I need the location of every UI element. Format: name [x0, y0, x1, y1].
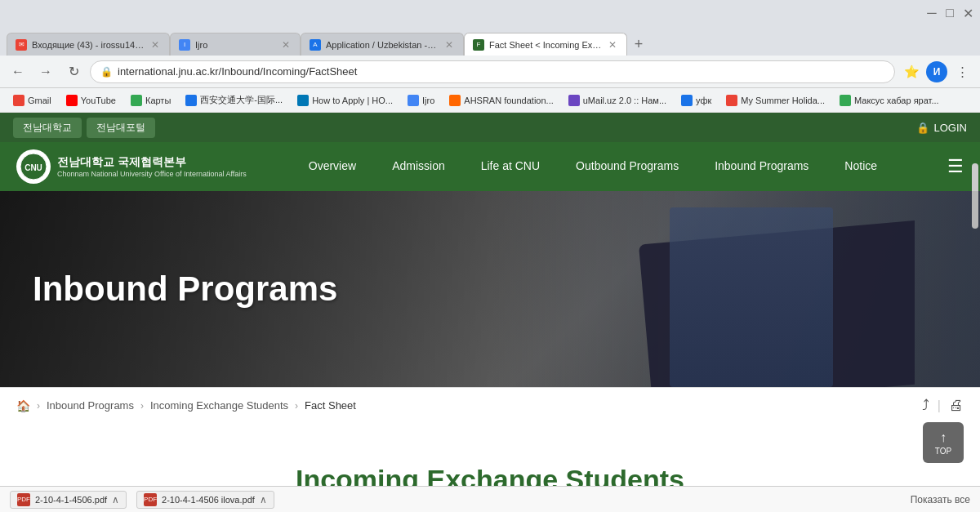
back-button[interactable]: ←	[7, 60, 29, 83]
logo-sub-name: Chonnam National University Office of In…	[57, 170, 247, 178]
forward-button[interactable]: →	[34, 60, 57, 83]
bookmark-howtoapply[interactable]: How to Apply | HO...	[291, 93, 399, 108]
lock-login-icon: 🔒	[916, 122, 929, 134]
bookmark-ijro-label: Ijro	[422, 96, 434, 105]
browser-tab-2[interactable]: I Ijro ✕	[170, 33, 301, 56]
bookmark-maps-label: Карты	[145, 96, 171, 105]
download-item-1[interactable]: PDF 2-10-4-1-4506.pdf ∧	[10, 491, 127, 509]
bookmark-summer-label: My Summer Holida...	[741, 96, 825, 105]
hero-image-area	[547, 207, 915, 387]
extensions-button[interactable]: ⭐	[900, 60, 923, 83]
show-all-button[interactable]: Показать все	[911, 494, 970, 505]
bookmark-howtoapply-label: How to Apply | HO...	[312, 96, 393, 105]
breadcrumb-fact-sheet: Fact Sheet	[305, 399, 356, 412]
bookmark-ahsran[interactable]: AHSRAN foundation...	[443, 93, 559, 108]
logo-text: 전남대학교 국제협력본부 Chonnam National University…	[57, 155, 247, 178]
jnu-button-label: 전남대학교	[23, 121, 72, 135]
bookmark-youtube-label: YouTube	[81, 96, 116, 105]
browser-title-bar: ─ □ ✕	[0, 0, 980, 26]
share-button[interactable]: ⤴	[922, 397, 929, 414]
bookmarks-bar: Gmail YouTube Карты 西安交通大学-国际... How to …	[0, 88, 980, 113]
gmail-favicon	[13, 95, 24, 106]
nav-inbound-programs[interactable]: Inbound Programs	[697, 142, 826, 191]
bookmark-umail-label: uMail.uz 2.0 :: Нам...	[583, 96, 666, 105]
svg-text:CNU: CNU	[24, 163, 42, 172]
tab-2-favicon: I	[179, 39, 190, 51]
download-2-name: 2-10-4-1-4506 ilova.pdf	[162, 495, 255, 505]
download-1-expand[interactable]: ∧	[112, 494, 119, 505]
hamburger-button[interactable]: ☰	[947, 156, 964, 177]
tab-3-favicon: A	[310, 39, 321, 51]
portal-button[interactable]: 전남대포털	[87, 118, 155, 138]
url-text: international.jnu.ac.kr/Inbound/Incoming…	[118, 65, 884, 78]
umail-favicon	[568, 95, 580, 106]
top-label: TOP	[935, 447, 951, 456]
tab-4-close[interactable]: ✕	[607, 39, 618, 51]
bookmark-maps[interactable]: Карты	[124, 93, 177, 108]
jnu-button[interactable]: 전남대학교	[13, 118, 82, 138]
ijro-favicon	[408, 95, 419, 106]
tab-1-title: Входящие (43) - irossu1420@g...	[32, 40, 145, 50]
nav-outbound-programs[interactable]: Outbound Programs	[558, 142, 697, 191]
address-field[interactable]: 🔒 international.jnu.ac.kr/Inbound/Incomi…	[90, 60, 895, 83]
top-arrow-icon: ↑	[940, 430, 947, 445]
hero-title: Inbound Programs	[33, 269, 337, 309]
breadcrumb-inbound-programs[interactable]: Inbound Programs	[47, 399, 134, 412]
tab-3-close[interactable]: ✕	[443, 39, 455, 51]
breadcrumb-divider: |	[938, 398, 941, 413]
tab-2-title: Ijro	[195, 40, 275, 50]
breadcrumb-sep-1: ›	[37, 400, 40, 412]
refresh-button[interactable]: ↻	[62, 60, 85, 83]
new-tab-button[interactable]: +	[627, 33, 650, 56]
breadcrumb-home[interactable]: 🏠	[16, 399, 30, 412]
ahsran-favicon	[449, 95, 461, 106]
download-2-expand[interactable]: ∧	[260, 494, 267, 505]
maxsus-favicon	[840, 95, 851, 106]
logo-emblem: CNU	[16, 149, 51, 184]
bookmark-umail[interactable]: uMail.uz 2.0 :: Нам...	[562, 93, 673, 108]
menu-button[interactable]: ⋮	[951, 60, 973, 83]
login-button[interactable]: 🔒 LOGIN	[916, 122, 967, 134]
howtoapply-favicon	[297, 95, 309, 106]
downloads-area: PDF 2-10-4-1-4506.pdf ∧ PDF 2-10-4-1-450…	[10, 491, 274, 509]
bookmark-gmail[interactable]: Gmail	[7, 93, 58, 108]
breadcrumb-incoming-exchange[interactable]: Incoming Exchange Students	[150, 399, 288, 412]
nav-life-at-cnu[interactable]: Life at CNU	[463, 142, 558, 191]
bookmark-xjtu-label: 西安交通大学-国际...	[200, 94, 283, 106]
minimize-button[interactable]: ─	[926, 7, 938, 19]
bookmark-ahsran-label: AHSRAN foundation...	[464, 96, 553, 105]
bookmark-ufk[interactable]: уфк	[675, 93, 718, 108]
tab-1-close[interactable]: ✕	[149, 39, 161, 51]
browser-tab-4[interactable]: F Fact Sheet < Incoming Exchange... ✕	[464, 33, 627, 56]
breadcrumb-sep-2: ›	[140, 400, 144, 412]
utility-bar: 전남대학교 전남대포털 🔒 LOGIN	[0, 113, 980, 142]
bookmark-summer[interactable]: My Summer Holida...	[719, 93, 831, 108]
browser-tab-3[interactable]: A Application / Uzbekistan - JDS ✕	[301, 33, 464, 56]
top-button[interactable]: ↑ TOP	[923, 422, 964, 463]
nav-admission[interactable]: Admission	[374, 142, 463, 191]
portal-button-label: 전남대포털	[96, 121, 145, 135]
download-1-name: 2-10-4-1-4506.pdf	[35, 495, 107, 505]
bookmark-xjtu[interactable]: 西安交通大学-国际...	[179, 92, 289, 108]
bookmark-maxsus-label: Максус хабар ярат...	[854, 96, 939, 105]
profile-button[interactable]: И	[926, 61, 947, 82]
nav-items: Overview Admission Life at CNU Outbound …	[247, 142, 939, 191]
logo-area[interactable]: CNU 전남대학교 국제협력본부 Chonnam National Univer…	[16, 149, 247, 184]
maps-favicon	[131, 95, 142, 106]
bookmark-maxsus[interactable]: Максус хабар ярат...	[833, 93, 946, 108]
browser-tab-1[interactable]: ✉ Входящие (43) - irossu1420@g... ✕	[7, 33, 170, 56]
nav-overview[interactable]: Overview	[291, 142, 374, 191]
xjtu-favicon	[185, 95, 197, 106]
hero-content: Inbound Programs	[0, 269, 370, 309]
download-item-2[interactable]: PDF 2-10-4-1-4506 ilova.pdf ∧	[136, 491, 274, 509]
bookmark-ijro[interactable]: Ijro	[401, 93, 441, 108]
tabs-bar: ✉ Входящие (43) - irossu1420@g... ✕ I Ij…	[0, 26, 980, 56]
print-button[interactable]: 🖨	[949, 397, 964, 414]
nav-notice[interactable]: Notice	[826, 142, 895, 191]
website-content: 전남대학교 전남대포털 🔒 LOGIN CNU 전남대학교 국제협력본부	[0, 113, 980, 512]
bookmark-youtube[interactable]: YouTube	[60, 93, 122, 108]
maximize-button[interactable]: □	[944, 7, 956, 19]
bookmark-ufk-label: уфк	[696, 96, 711, 105]
tab-2-close[interactable]: ✕	[280, 39, 292, 51]
close-button[interactable]: ✕	[962, 7, 973, 19]
